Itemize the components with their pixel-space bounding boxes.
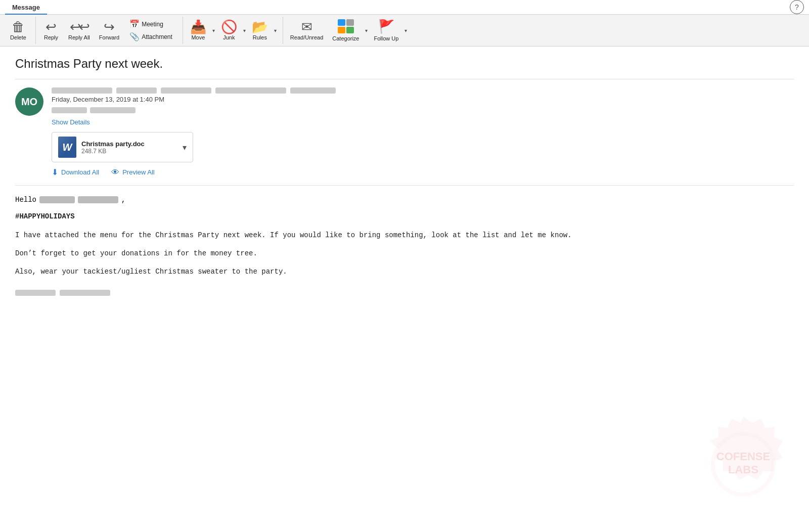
sender-name-bar-3 [161, 87, 211, 94]
attachment-label: Attachment [142, 33, 172, 40]
move-arrow-area: ▾ [211, 17, 216, 44]
attachment-name: Christmas party.doc [81, 140, 177, 148]
junk-button[interactable]: 🚫 Junk [217, 17, 241, 44]
forward-label: Forward [99, 34, 119, 41]
sender-name-bar-5 [290, 87, 336, 94]
meeting-icon: 📅 [129, 19, 140, 29]
svg-point-0 [713, 434, 774, 495]
email-body: Hello , #HAPPYHOLIDAYS I have attached t… [15, 196, 794, 296]
junk-arrow-area: ▾ [242, 17, 247, 44]
rules-button[interactable]: 📂 Rules [248, 17, 272, 44]
attachment-dropdown-arrow[interactable]: ▾ [183, 143, 187, 152]
forward-icon: ↪ [104, 20, 115, 33]
body-line-1: I have attached the menu for the Christm… [15, 230, 794, 241]
reply-label: Reply [44, 34, 58, 41]
recipient-name-bar-1 [39, 196, 75, 203]
body-line-2: Don’t forget to get your donations in fo… [15, 248, 794, 259]
reply-icon: ↩ [46, 20, 57, 33]
categorize-label: Categorize [332, 35, 359, 42]
meeting-attachment-group: 📅 Meeting 📎 Attachment [124, 17, 177, 44]
junk-label: Junk [223, 34, 235, 41]
move-icon: 📥 [190, 20, 206, 33]
follow-up-arrow-area: ▾ [403, 17, 408, 44]
delete-label: Delete [10, 34, 26, 41]
follow-up-icon: 🚩 [378, 19, 394, 34]
download-all-link[interactable]: ⬇ Download All [52, 167, 99, 177]
rules-label: Rules [253, 34, 267, 41]
download-all-label: Download All [61, 168, 99, 176]
rules-dropdown-arrow[interactable]: ▾ [273, 27, 278, 34]
hashtag-line: #HAPPYHOLIDAYS [15, 211, 794, 222]
attachment-size: 248.7 KB [81, 148, 177, 155]
word-icon-overlay [58, 137, 76, 158]
categorize-button[interactable]: Categorize [328, 17, 363, 44]
download-icon: ⬇ [52, 167, 58, 177]
junk-icon: 🚫 [221, 20, 237, 33]
categorize-arrow-area: ▾ [364, 17, 369, 44]
svg-text:COFENSE: COFENSE [716, 450, 770, 463]
read-unread-label: Read/Unread [290, 34, 323, 41]
follow-up-label: Follow Up [374, 35, 398, 42]
reply-button[interactable]: ↩ Reply [39, 17, 63, 44]
watermark-svg: COFENSE LABS [693, 414, 794, 515]
message-tab[interactable]: Message [5, 1, 47, 15]
attachment-card[interactable]: Christmas party.doc 248.7 KB ▾ [52, 132, 193, 162]
email-header-section: MO Friday, December 13, 2019 at 1:40 PM … [15, 79, 794, 186]
email-container: Christmas Party next week. MO Friday, De… [0, 47, 809, 306]
read-unread-button[interactable]: ✉ Read/Unread [286, 17, 327, 44]
help-button[interactable]: ? [790, 0, 804, 14]
meeting-button[interactable]: 📅 Meeting [127, 18, 174, 30]
preview-icon: 👁 [111, 168, 119, 177]
tag-group: ✉ Read/Unread Categorize ▾ 🚩 Follow Up [284, 17, 414, 44]
sender-avatar: MO [15, 87, 43, 116]
follow-up-button[interactable]: 🚩 Follow Up [370, 17, 402, 44]
sig-bar-1 [15, 290, 56, 296]
svg-text:LABS: LABS [728, 463, 758, 476]
to-field-redacted [52, 106, 794, 113]
preview-all-link[interactable]: 👁 Preview All [111, 168, 155, 177]
junk-dropdown-arrow[interactable]: ▾ [242, 27, 247, 34]
body-line-3: Also, wear your tackiest/ugliest Christm… [15, 266, 794, 277]
delete-button[interactable]: 🗑 Delete [6, 17, 30, 44]
sender-name-bar-2 [116, 87, 157, 94]
sig-bar-2 [60, 290, 110, 296]
move-label: Move [191, 34, 205, 41]
reply-all-label: Reply All [68, 34, 90, 41]
email-header: MO Friday, December 13, 2019 at 1:40 PM … [15, 87, 794, 186]
attachment-button[interactable]: 📎 Attachment [127, 31, 174, 42]
email-meta: Friday, December 13, 2019 at 1:40 PM Sho… [52, 87, 794, 177]
recipient-name-bar-2 [78, 196, 118, 203]
move-button[interactable]: 📥 Move [186, 17, 210, 44]
to-bar-1 [52, 107, 87, 113]
reply-all-icon: ↩↩ [70, 20, 88, 33]
forward-button[interactable]: ↪ Forward [95, 17, 123, 44]
reply-all-button[interactable]: ↩↩ Reply All [64, 17, 94, 44]
read-unread-icon: ✉ [301, 20, 312, 33]
hello-text: Hello [15, 196, 36, 204]
sender-name-bar-1 [52, 87, 112, 94]
greeting-line: Hello , [15, 196, 794, 204]
rules-arrow-area: ▾ [273, 17, 278, 44]
rules-icon: 📂 [252, 20, 268, 33]
delete-icon: 🗑 [12, 20, 25, 33]
reply-group: ↩ Reply ↩↩ Reply All ↪ Forward 📅 Meeting… [37, 17, 183, 44]
sender-name-redacted [52, 87, 794, 94]
show-details-link[interactable]: Show Details [52, 118, 90, 126]
to-bar-2 [90, 107, 136, 113]
meeting-label: Meeting [142, 21, 163, 28]
signature-redacted [15, 288, 794, 296]
word-doc-icon [58, 137, 76, 158]
move-dropdown-arrow[interactable]: ▾ [211, 27, 216, 34]
categorize-dropdown-arrow[interactable]: ▾ [364, 27, 369, 34]
attachment-actions: ⬇ Download All 👁 Preview All [52, 167, 794, 177]
attachment-info: Christmas party.doc 248.7 KB [81, 140, 177, 155]
categorize-icon [338, 19, 354, 33]
preview-all-label: Preview All [122, 168, 155, 176]
follow-up-dropdown-arrow[interactable]: ▾ [403, 27, 408, 34]
attachment-icon: 📎 [129, 32, 140, 41]
email-subject: Christmas Party next week. [15, 57, 794, 71]
cofense-watermark: COFENSE LABS [693, 414, 794, 517]
delete-group: 🗑 Delete [4, 17, 36, 44]
sender-name-bar-4 [215, 87, 286, 94]
email-date: Friday, December 13, 2019 at 1:40 PM [52, 96, 794, 103]
